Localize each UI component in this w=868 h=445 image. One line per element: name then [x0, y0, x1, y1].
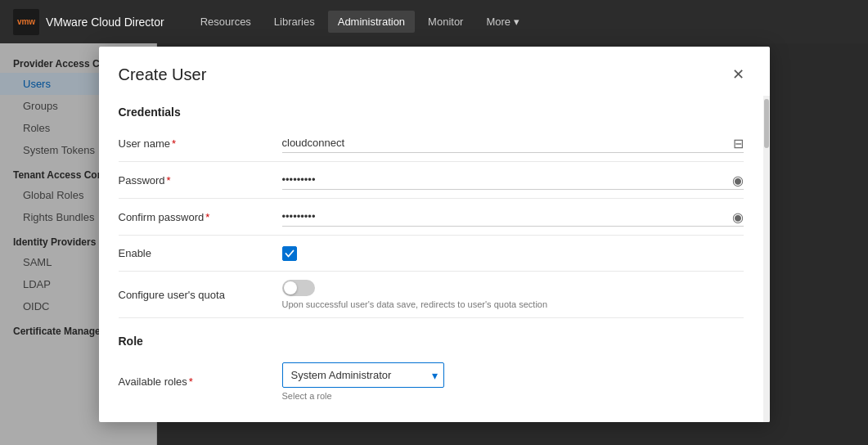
- configure-quota-toggle[interactable]: [282, 280, 315, 296]
- username-input[interactable]: [282, 133, 744, 153]
- available-roles-select-wrap: System Administrator Organization Admini…: [282, 362, 444, 388]
- available-roles-control: System Administrator Organization Admini…: [282, 362, 744, 401]
- configure-quota-control: Upon successful user's data save, redire…: [282, 280, 744, 309]
- confirm-password-control: ◉: [282, 207, 744, 227]
- chevron-down-icon: ▾: [514, 16, 519, 28]
- confirm-password-visibility-icon[interactable]: ◉: [732, 209, 744, 225]
- username-required: *: [172, 137, 176, 150]
- available-roles-hint: Select a role: [282, 391, 332, 401]
- enable-label: Enable: [119, 247, 282, 259]
- username-icon: ⊟: [733, 136, 744, 151]
- password-label: Password*: [119, 174, 282, 187]
- nav-item-libraries[interactable]: Libraries: [264, 11, 325, 33]
- nav-item-monitor[interactable]: Monitor: [418, 11, 473, 33]
- toggle-knob: [284, 281, 297, 294]
- confirm-password-input[interactable]: [282, 207, 744, 227]
- password-row: Password* ◉: [119, 162, 744, 199]
- modal-content: Credentials User name* ⊟: [99, 96, 763, 422]
- role-heading: Role: [119, 325, 744, 354]
- confirm-password-row: Confirm password* ◉: [119, 199, 744, 236]
- password-visibility-icon[interactable]: ◉: [732, 173, 744, 188]
- scrollbar-thumb: [764, 99, 769, 148]
- configure-quota-row: Configure user's quota Upon successful u…: [119, 272, 744, 318]
- create-user-modal: Create User ✕ Credentials User name*: [99, 47, 770, 422]
- username-label: User name*: [119, 137, 282, 150]
- modal-overlay: Create User ✕ Credentials User name*: [0, 43, 868, 445]
- modal-close-button[interactable]: ✕: [727, 63, 750, 86]
- configure-quota-label: Configure user's quota: [119, 289, 282, 301]
- confirm-password-label: Confirm password*: [119, 211, 282, 223]
- content-area: Provider Access Co... Users Groups Roles…: [0, 43, 868, 445]
- logo-area: vmw VMware Cloud Director: [13, 9, 164, 35]
- brand-name: VMware Cloud Director: [46, 16, 164, 29]
- vmware-logo: vmw: [13, 9, 39, 35]
- enable-row: Enable: [119, 236, 744, 272]
- top-navigation: vmw VMware Cloud Director Resources Libr…: [0, 0, 868, 43]
- nav-item-administration[interactable]: Administration: [328, 11, 415, 33]
- check-icon: [285, 249, 295, 258]
- modal-scrollbar[interactable]: [763, 96, 770, 422]
- quota-toggle-wrap: Upon successful user's data save, redire…: [282, 280, 548, 309]
- available-roles-select[interactable]: System Administrator Organization Admini…: [282, 362, 444, 388]
- username-row: User name* ⊟: [119, 125, 744, 162]
- available-roles-label: Available roles*: [119, 375, 282, 388]
- modal-scroll-area: Credentials User name* ⊟: [99, 96, 770, 422]
- password-required: *: [167, 174, 171, 187]
- role-section: Role Available roles* System Administr: [119, 325, 744, 409]
- modal-header: Create User ✕: [99, 47, 770, 96]
- nav-items: Resources Libraries Administration Monit…: [191, 11, 855, 33]
- username-control: ⊟: [282, 133, 744, 153]
- enable-control: [282, 246, 744, 261]
- available-roles-row: Available roles* System Administrator Or…: [119, 354, 744, 409]
- configure-quota-hint: Upon successful user's data save, redire…: [282, 299, 548, 309]
- nav-item-more[interactable]: More ▾: [476, 11, 529, 33]
- enable-checkbox[interactable]: [282, 246, 297, 261]
- logo-text: vmw: [17, 17, 35, 26]
- modal-body: Credentials User name* ⊟: [99, 96, 763, 422]
- modal-title: Create User: [119, 65, 207, 84]
- confirm-password-required: *: [205, 211, 209, 223]
- password-control: ◉: [282, 170, 744, 190]
- available-roles-required: *: [189, 375, 193, 388]
- password-input[interactable]: [282, 170, 744, 190]
- nav-item-resources[interactable]: Resources: [191, 11, 261, 33]
- credentials-heading: Credentials: [119, 96, 744, 125]
